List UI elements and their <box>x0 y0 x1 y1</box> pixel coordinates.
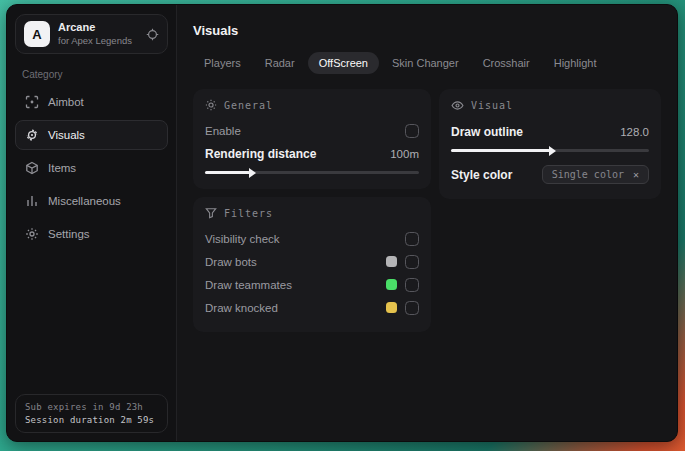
draw-knocked-checkbox[interactable] <box>405 301 419 315</box>
sidebar-item-label: Aimbot <box>48 96 84 108</box>
style-color-select[interactable]: Single color ✕ <box>542 165 649 184</box>
draw-outline-slider[interactable] <box>451 149 649 152</box>
filters-panel: Filters Visibility check Draw bots <box>193 197 431 332</box>
category-label: Category <box>22 69 161 80</box>
brand-card: A Arcane for Apex Legends <box>15 14 168 54</box>
general-panel: General Enable Rendering distance 100m <box>193 89 431 189</box>
sidebar-item-visuals[interactable]: Visuals <box>15 120 168 150</box>
brand-name: Arcane <box>58 21 132 35</box>
draw-bots-checkbox[interactable] <box>405 255 419 269</box>
sidebar-item-label: Items <box>48 162 76 174</box>
sidebar-item-items[interactable]: Items <box>15 153 168 183</box>
draw-bots-color-swatch[interactable] <box>386 256 397 267</box>
draw-outline-label: Draw outline <box>451 125 523 139</box>
tab-offscreen[interactable]: OffScreen <box>308 52 379 74</box>
slider-fill <box>205 171 250 174</box>
clear-icon[interactable]: ✕ <box>633 169 639 180</box>
app-window: A Arcane for Apex Legends Category <box>6 4 678 442</box>
filter-row: Visibility check <box>205 228 419 249</box>
filter-row: Draw bots <box>205 251 419 272</box>
tab-bar: Players Radar OffScreen Skin Changer Cro… <box>193 52 661 74</box>
brand-subtitle: for Apex Legends <box>58 35 132 47</box>
draw-outline-value: 128.0 <box>620 126 649 138</box>
draw-knocked-color-swatch[interactable] <box>386 302 397 313</box>
sidebar: A Arcane for Apex Legends Category <box>7 5 177 441</box>
sub-expires-text: Sub expires in 9d 23h <box>25 402 158 412</box>
draw-knocked-label: Draw knocked <box>205 302 278 314</box>
enable-label: Enable <box>205 125 241 137</box>
bars-icon <box>25 194 39 208</box>
tab-players[interactable]: Players <box>193 52 252 74</box>
subscription-card: Sub expires in 9d 23h Session duration 2… <box>15 394 168 433</box>
target-icon[interactable] <box>146 28 159 41</box>
draw-bots-label: Draw bots <box>205 256 257 268</box>
brand-logo: A <box>24 21 50 47</box>
draw-teammates-checkbox[interactable] <box>405 278 419 292</box>
visibility-check-checkbox[interactable] <box>405 232 419 246</box>
style-color-selected: Single color <box>552 169 624 180</box>
tab-highlight[interactable]: Highlight <box>543 52 608 74</box>
slider-fill <box>451 149 550 152</box>
panel-title: General <box>224 100 273 111</box>
sidebar-item-label: Visuals <box>48 129 85 141</box>
sun-icon <box>205 99 217 111</box>
box-icon <box>25 161 39 175</box>
panel-title: Visual <box>471 100 513 111</box>
tab-radar[interactable]: Radar <box>254 52 306 74</box>
visibility-check-label: Visibility check <box>205 233 280 245</box>
sidebar-nav: Aimbot Visuals <box>15 87 168 249</box>
sidebar-item-miscellaneous[interactable]: Miscellaneous <box>15 186 168 216</box>
rendering-distance-slider[interactable] <box>205 171 419 174</box>
rendering-distance-label: Rendering distance <box>205 147 316 161</box>
panel-title: Filters <box>224 208 273 219</box>
filter-row: Draw teammates <box>205 274 419 295</box>
crosshair-icon <box>25 95 39 109</box>
draw-teammates-label: Draw teammates <box>205 279 292 291</box>
sidebar-item-label: Miscellaneous <box>48 195 121 207</box>
eye-icon <box>451 99 464 112</box>
funnel-icon <box>205 207 217 219</box>
tab-skin-changer[interactable]: Skin Changer <box>381 52 470 74</box>
style-color-label: Style color <box>451 168 512 182</box>
main-area: Visuals Players Radar OffScreen Skin Cha… <box>177 5 677 441</box>
sidebar-item-label: Settings <box>48 228 90 240</box>
rendering-distance-value: 100m <box>390 148 419 160</box>
eye-scan-icon <box>25 128 39 142</box>
draw-teammates-color-swatch[interactable] <box>386 279 397 290</box>
filter-row: Draw knocked <box>205 297 419 318</box>
sidebar-item-settings[interactable]: Settings <box>15 219 168 249</box>
enable-checkbox[interactable] <box>405 124 419 138</box>
visual-panel: Visual Draw outline 128.0 Style color Si… <box>439 89 661 199</box>
session-duration-text: Session duration 2m 59s <box>25 415 158 425</box>
sidebar-item-aimbot[interactable]: Aimbot <box>15 87 168 117</box>
gear-icon <box>25 227 39 241</box>
tab-crosshair[interactable]: Crosshair <box>472 52 541 74</box>
page-title: Visuals <box>193 23 661 38</box>
